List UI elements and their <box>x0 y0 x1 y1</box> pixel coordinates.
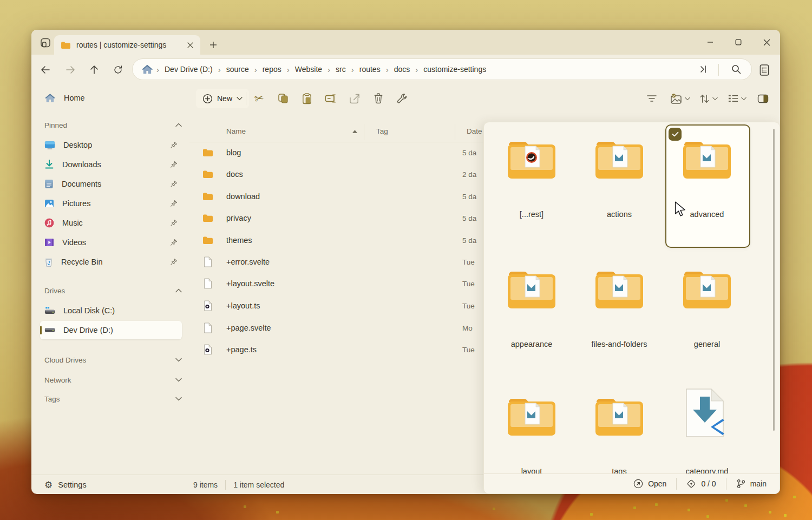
column-header-tag[interactable]: Tag <box>376 127 388 135</box>
sidebar-item-home[interactable]: Home <box>40 89 182 107</box>
paste-button[interactable] <box>298 89 316 108</box>
file-icon <box>204 256 214 267</box>
sidebar-item-videos[interactable]: Videos <box>40 233 182 252</box>
new-button[interactable]: New <box>196 89 249 108</box>
column-header-name[interactable]: Name <box>226 127 246 135</box>
column-divider[interactable] <box>455 124 455 140</box>
sort-button[interactable] <box>695 89 722 108</box>
details-pane-button[interactable] <box>756 62 773 78</box>
sidebar-section-tags[interactable]: Tags <box>44 391 182 407</box>
chevron-down-icon[interactable] <box>175 358 182 362</box>
chevron-up-icon[interactable] <box>175 123 182 127</box>
breadcrumb-repos[interactable]: repos <box>258 63 286 76</box>
sidebar-item-documents[interactable]: Documents <box>40 175 182 193</box>
settings-button[interactable]: ⚙ Settings <box>44 479 174 491</box>
breadcrumb-bar[interactable]: › Dev Drive (D:) › source › repos › Webs… <box>132 58 752 80</box>
pin-icon[interactable] <box>170 200 178 207</box>
sidebar-item-label: Recycle Bin <box>61 258 162 266</box>
file-name: +page.ts <box>226 345 257 354</box>
close-tab-icon[interactable] <box>187 42 194 49</box>
breadcrumb-website[interactable]: Website <box>291 63 326 76</box>
sidebar-toggle-button[interactable] <box>38 36 53 50</box>
chevron-down-icon[interactable] <box>175 378 182 382</box>
grid-item-layout[interactable]: layout <box>491 391 572 474</box>
breadcrumb-separator: › <box>286 65 291 74</box>
git-sync-status[interactable]: 0 / 0 <box>676 478 725 490</box>
breadcrumb-separator: › <box>414 65 419 74</box>
layout-view-button[interactable] <box>723 89 751 108</box>
sidebar-item-music[interactable]: Music <box>40 214 182 232</box>
pin-icon[interactable] <box>170 141 178 149</box>
grid-item-advanced[interactable]: advanced <box>666 134 748 248</box>
grid-item-actions[interactable]: actions <box>579 134 660 248</box>
file-name: +page.svelte <box>226 324 271 332</box>
refresh-button[interactable] <box>109 62 127 78</box>
open-button[interactable]: Open <box>624 478 676 490</box>
chevron-up-icon[interactable] <box>175 288 182 293</box>
tab-routes-customize-settings[interactable]: routes | customize-settings <box>54 35 200 55</box>
selection-checkbox[interactable] <box>669 128 682 141</box>
back-button[interactable] <box>37 62 54 78</box>
sidebar-toggle-icon <box>40 37 51 48</box>
go-to-end-icon <box>697 64 708 75</box>
filter-button[interactable] <box>643 89 661 108</box>
pin-icon[interactable] <box>170 180 178 188</box>
sidebar-section-network[interactable]: Network <box>44 372 182 388</box>
git-branch-status[interactable]: main <box>726 478 776 490</box>
sidebar-section-pinned[interactable]: Pinned <box>44 119 182 131</box>
group-by-button[interactable] <box>666 89 694 108</box>
close-window-button[interactable] <box>755 34 778 50</box>
breadcrumb-dev-drive[interactable]: Dev Drive (D:) <box>160 63 217 76</box>
copy-button[interactable] <box>274 89 292 108</box>
home-icon[interactable] <box>141 64 153 75</box>
cut-button[interactable]: ✂ <box>250 89 269 108</box>
grid-item-tags[interactable]: tags <box>579 391 660 474</box>
breadcrumb-src[interactable]: src <box>331 63 350 76</box>
videos-icon <box>44 238 54 247</box>
grid-scrollbar[interactable] <box>773 129 775 431</box>
grid-item-category-md[interactable]: category.md <box>666 391 748 474</box>
rename-button[interactable] <box>322 89 340 108</box>
properties-button[interactable] <box>393 89 411 108</box>
selection-accent-bar <box>40 326 42 334</box>
pin-icon[interactable] <box>170 219 178 227</box>
column-header-date[interactable]: Date <box>467 127 482 135</box>
folder-icon <box>202 192 213 201</box>
sidebar-item-desktop[interactable]: Desktop <box>40 136 182 154</box>
titlebar[interactable]: routes | customize-settings <box>31 30 780 55</box>
pin-icon[interactable] <box>170 258 178 266</box>
grid-item-files-and-folders[interactable]: files-and-folders <box>579 264 660 378</box>
new-tab-button[interactable] <box>206 38 221 52</box>
folder-icon <box>61 41 71 49</box>
sidebar-section-cloud-drives[interactable]: Cloud Drives <box>44 352 182 368</box>
breadcrumb-routes[interactable]: routes <box>355 63 385 76</box>
sidebar-item-downloads[interactable]: Downloads <box>40 155 182 174</box>
maximize-button[interactable] <box>726 34 750 50</box>
git-branch-icon <box>736 479 745 489</box>
sidebar-item-dev-drive-d[interactable]: Dev Drive (D:) <box>40 321 182 339</box>
sidebar-item-pictures[interactable]: Pictures <box>40 194 182 213</box>
breadcrumb-customize-settings[interactable]: customize-settings <box>419 63 490 76</box>
sidebar-item-label: Dev Drive (D:) <box>63 326 178 334</box>
sidebar-item-local-disk-c[interactable]: Local Disk (C:) <box>40 301 182 320</box>
sidebar-item-recycle-bin[interactable]: Recycle Bin <box>40 253 182 271</box>
minimize-button[interactable] <box>698 34 722 50</box>
column-divider[interactable] <box>364 124 364 140</box>
pin-icon[interactable] <box>170 161 178 168</box>
sidebar-section-drives[interactable]: Drives <box>44 284 182 297</box>
forward-button[interactable] <box>62 62 79 78</box>
breadcrumb-source[interactable]: source <box>222 63 253 76</box>
pin-icon[interactable] <box>170 239 178 246</box>
search-button[interactable] <box>731 64 742 77</box>
up-button[interactable] <box>86 62 103 78</box>
breadcrumb-docs[interactable]: docs <box>390 63 415 76</box>
grid-item-rest[interactable]: [...rest] <box>491 134 572 248</box>
grid-item-label: general <box>661 340 753 348</box>
preview-pane-toggle[interactable] <box>754 89 772 108</box>
delete-button[interactable] <box>369 89 388 108</box>
grid-item-appearance[interactable]: appearance <box>491 264 572 378</box>
chevron-down-icon[interactable] <box>175 397 182 401</box>
share-button[interactable] <box>345 89 364 108</box>
go-to-end-button[interactable] <box>697 64 708 77</box>
grid-item-general[interactable]: general <box>666 264 748 378</box>
